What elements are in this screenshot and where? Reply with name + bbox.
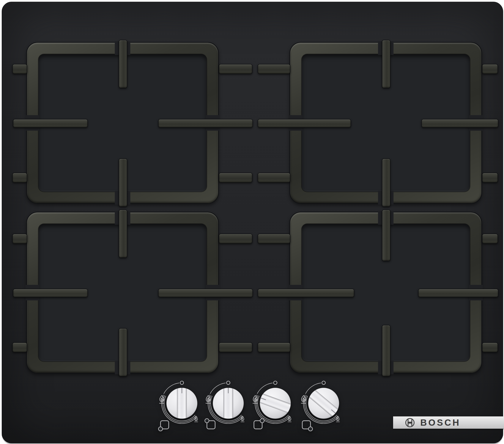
grate-finger (119, 158, 127, 207)
grate-finger (119, 40, 127, 88)
control-knob-front-right[interactable] (289, 369, 358, 438)
grate-finger (13, 289, 88, 297)
burner-map-icon-back-left (205, 419, 215, 429)
grate-side-tab (12, 64, 27, 74)
knob-pointer (181, 388, 182, 393)
grate-finger (382, 40, 391, 88)
brand-logo-text: BOSCH (420, 418, 461, 427)
gas-hob-surface: BOSCH (2, 2, 503, 443)
grate-side-tab (482, 64, 498, 74)
grate-side-tab (258, 64, 290, 74)
off-position-icon (274, 381, 277, 384)
grate-finger (258, 119, 351, 128)
grate-side-tab (258, 234, 290, 244)
pan-support-back-right (289, 42, 482, 204)
grate-finger (158, 289, 253, 297)
pan-support-front-right (289, 212, 482, 374)
grate-side-tab (219, 342, 252, 352)
grate-finger (382, 210, 391, 261)
burner-map-icon-front-right (302, 421, 313, 431)
burner-map-icon-back-right (254, 419, 264, 429)
grate-finger (382, 325, 391, 376)
product-photo-page: BOSCH (0, 0, 504, 444)
grate-finger (421, 119, 498, 128)
grate-side-tab (12, 342, 27, 352)
grate-finger (382, 158, 391, 207)
grate-side-tab (258, 342, 290, 352)
grate-finger (119, 328, 127, 376)
burner-map-icon-front-left (159, 421, 169, 431)
grate-finger (158, 119, 253, 128)
grate-finger (119, 210, 127, 258)
knob-pointer (228, 388, 229, 393)
grate-side-tab (12, 234, 27, 244)
grate-side-tab (482, 173, 498, 183)
grate-side-tab (482, 342, 498, 352)
grate-side-tab (482, 234, 498, 244)
grate-side-tab (258, 173, 290, 183)
grate-finger (13, 119, 88, 128)
pan-support-front-left (26, 212, 219, 374)
grate-finger (418, 289, 498, 297)
pan-support-back-left (26, 42, 219, 204)
grate-side-tab (12, 173, 27, 183)
grate-finger (258, 289, 354, 297)
grate-side-tab (219, 234, 252, 244)
off-position-icon (227, 381, 230, 384)
off-position-icon (180, 381, 184, 384)
bosch-logo-icon (405, 417, 415, 428)
off-position-icon (322, 381, 325, 384)
brand-strip: BOSCH (393, 416, 504, 429)
grate-side-tab (219, 64, 252, 74)
grate-side-tab (219, 173, 252, 183)
